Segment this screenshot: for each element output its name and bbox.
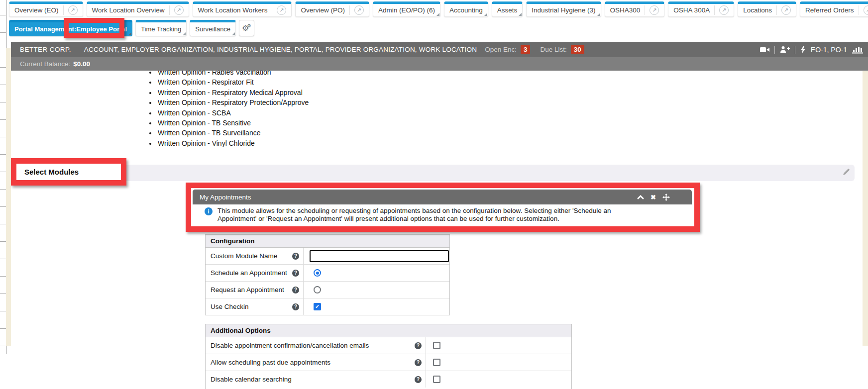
external-link-icon[interactable]: ↗ — [864, 5, 868, 15]
tab-referred-orders[interactable]: Referred Orders↗ — [800, 1, 868, 17]
external-link-icon[interactable]: ↗ — [781, 5, 791, 15]
list-item: Written Opinion - Respiratory Protection… — [157, 97, 309, 107]
tab-work-location-workers[interactable]: Work Location Workers↗ — [193, 1, 292, 17]
video-camera-icon[interactable] — [760, 46, 769, 53]
table-row: Schedule an Appointment? — [206, 265, 449, 282]
external-link-icon[interactable]: ↗ — [354, 5, 364, 15]
help-icon[interactable]: ? — [292, 270, 299, 277]
session-context: EO-1, PO-1 — [811, 46, 847, 54]
external-link-icon[interactable]: ↗ — [68, 5, 78, 15]
left-beige-strip — [6, 48, 11, 346]
select-modules-bar — [12, 165, 855, 181]
open-enc-label: Open Enc: — [485, 46, 517, 53]
company-name: BETTER CORP. — [20, 46, 71, 53]
lightning-icon[interactable] — [800, 46, 806, 54]
row-label: Custom Module Name — [211, 252, 292, 260]
pencil-icon[interactable] — [841, 167, 851, 177]
tab-osha300[interactable]: OSHA300↗ — [605, 1, 665, 17]
tab-work-location-overview[interactable]: Work Location Overview↗ — [87, 1, 189, 17]
tab-assets[interactable]: Assets — [492, 1, 523, 17]
gear-icon: ⚙ — [247, 23, 251, 28]
additional-options-table-header: Additional Options — [206, 324, 571, 337]
tab-bar-secondary: Portal Management:Employee Portal Time T… — [9, 20, 254, 36]
external-link-icon[interactable]: ↗ — [174, 5, 184, 15]
tab-portal-management-employee-portal[interactable]: Portal Management:Employee Portal — [9, 20, 132, 36]
configuration-table: Configuration Custom Module Name? Schedu… — [205, 234, 450, 315]
collapse-icon[interactable] — [637, 194, 644, 199]
help-icon[interactable]: ? — [415, 359, 422, 366]
module-info-line2: Appointment' or 'Request an Appointment'… — [217, 215, 559, 222]
move-icon[interactable] — [662, 194, 670, 201]
row-label: Disable calendar searching — [211, 376, 415, 383]
disable-confirmation-emails-checkbox[interactable] — [433, 342, 440, 349]
annotation-box-select-modules: Select Modules — [11, 158, 126, 186]
bar-chart-icon[interactable] — [852, 45, 863, 54]
list-item: Written Opinion - TB Surveillance — [157, 128, 309, 138]
tab-overview-po[interactable]: Overview (PO)↗ — [295, 1, 369, 17]
table-row: Use Checkin? ✓ — [206, 298, 449, 315]
row-label: Request an Appointment — [211, 286, 292, 293]
row-label: Schedule an Appointment — [211, 269, 292, 277]
list-item: Written Opinion - Respiratory Medical Ap… — [157, 88, 309, 97]
balance-bar: Current Balance: $0.00 — [11, 57, 868, 71]
due-list-badge[interactable]: 30 — [571, 45, 584, 54]
module-panel-header[interactable]: My Appointments ✖ — [193, 190, 692, 204]
add-person-icon[interactable] — [780, 46, 790, 53]
table-row: Custom Module Name? — [206, 248, 449, 265]
section-title: Select Modules — [24, 168, 79, 176]
help-icon[interactable]: ? — [292, 253, 299, 260]
tab-industrial-hygiene[interactable]: Industrial Hygiene (3) — [526, 1, 601, 17]
schedule-appointment-radio[interactable] — [314, 269, 321, 277]
request-appointment-radio[interactable] — [314, 286, 321, 293]
row-label: Allow scheduling past due appointments — [211, 359, 415, 366]
help-icon[interactable]: ? — [292, 287, 299, 293]
close-icon[interactable]: ✖ — [651, 194, 656, 201]
module-title: My Appointments — [200, 194, 251, 201]
org-header-bar: BETTER CORP. ACCOUNT, EMPLOYER ORGANIZAT… — [11, 42, 868, 57]
balance-label: Current Balance: — [20, 60, 70, 68]
tab-time-tracking[interactable]: Time Tracking — [135, 20, 187, 36]
tab-admin-eo-po[interactable]: Admin (EO/PO) (6) — [373, 1, 440, 17]
app-window: Overview (EO)↗ Work Location Overview↗ W… — [0, 0, 868, 389]
allow-past-due-checkbox[interactable] — [433, 359, 440, 366]
table-row: Disable appointment confirmation/cancell… — [206, 337, 571, 354]
row-label: Use Checkin — [211, 303, 292, 310]
balance-value: $0.00 — [73, 60, 90, 68]
written-opinion-list: Written Opinion - Rabies Vaccination Wri… — [148, 67, 309, 148]
help-icon[interactable]: ? — [292, 303, 299, 310]
custom-module-name-input[interactable] — [310, 250, 449, 262]
external-link-icon[interactable]: ↗ — [277, 5, 286, 15]
info-icon: i — [205, 207, 213, 215]
external-link-icon[interactable]: ↗ — [719, 5, 729, 15]
row-label: Disable appointment confirmation/cancell… — [211, 342, 415, 349]
table-row: Allow scheduling past due appointments? — [206, 354, 571, 371]
tab-bar-primary: Overview (EO)↗ Work Location Overview↗ W… — [9, 1, 868, 17]
use-checkin-checkbox[interactable]: ✓ — [314, 303, 321, 310]
additional-options-table: Additional Options Disable appointment c… — [205, 324, 572, 389]
tab-osha-300a[interactable]: OSHA 300A↗ — [668, 1, 734, 17]
list-item: Written Opinion - SCBA — [157, 108, 309, 118]
tab-settings-button[interactable]: ⚙⚙ — [239, 20, 254, 36]
tab-locations[interactable]: Locations↗ — [738, 1, 796, 17]
open-enc-badge[interactable]: 3 — [521, 45, 531, 54]
external-link-icon[interactable]: ↗ — [650, 5, 659, 15]
tab-overview-eo[interactable]: Overview (EO)↗ — [9, 1, 83, 17]
org-context: ACCOUNT, EMPLOYER ORGANIZATION, INDUSTRI… — [84, 46, 477, 53]
help-icon[interactable]: ? — [415, 376, 422, 383]
due-list-label: Due List: — [540, 46, 566, 53]
tab-accounting[interactable]: Accounting — [444, 1, 488, 17]
configuration-table-header: Configuration — [206, 235, 449, 248]
table-row: Disable calendar searching? — [206, 371, 571, 388]
module-info-line1: This module allows for the scheduling or… — [217, 207, 611, 214]
list-item: Written Opinion - Vinyl Chloride — [157, 138, 309, 148]
table-row: Request an Appointment? — [206, 282, 449, 298]
module-info-row: i This module allows for the scheduling … — [193, 204, 692, 223]
disable-calendar-searching-checkbox[interactable] — [433, 376, 440, 383]
help-icon[interactable]: ? — [415, 342, 422, 349]
list-item: Written Opinion - TB Sensitive — [157, 118, 309, 128]
right-beige-strip — [863, 71, 868, 346]
list-item: Written Opinion - Respirator Fit — [157, 77, 309, 87]
tab-surveillance[interactable]: Surveillance — [190, 20, 236, 36]
